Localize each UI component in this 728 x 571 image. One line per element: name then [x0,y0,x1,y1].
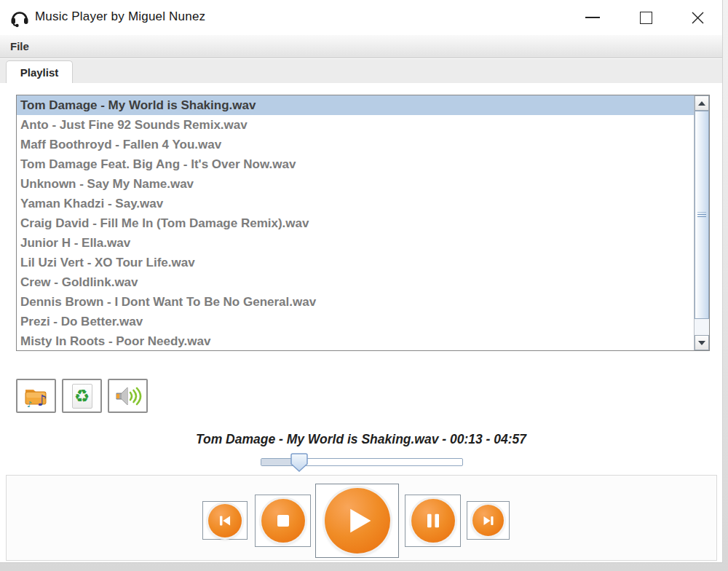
playlist-rows: Tom Damage - My World is Shaking.wav Ant… [17,95,694,350]
title-bar: Music Player by Miguel Nunez [0,0,722,35]
previous-button[interactable] [202,501,248,540]
speaker-icon [114,385,142,408]
play-icon [325,488,390,554]
playlist-item[interactable]: Anto - Just Fine 92 Sounds Remix.wav [17,115,694,135]
recycle-glyph: ♻ [74,386,90,406]
playlist-listbox: Tom Damage - My World is Shaking.wav Ant… [16,95,710,351]
pause-button[interactable] [405,495,461,547]
minimize-button[interactable] [576,0,609,35]
close-button[interactable] [681,0,714,35]
playlist-item[interactable]: Prezi - Do Better.wav [17,312,694,331]
window-title: Music Player by Miguel Nunez [35,9,205,24]
playlist-item-label: Junior H - Ella.wav [20,236,130,250]
svg-text:♪: ♪ [27,400,32,409]
close-icon [692,12,704,24]
playlist-item[interactable]: Lil Uzi Vert - XO Tour Life.wav [17,253,694,272]
stop-button[interactable] [255,495,311,547]
maximize-button[interactable] [629,0,662,35]
arrow-up-icon [698,101,705,106]
playlist-item-label: Tom Damage - My World is Shaking.wav [20,98,256,112]
next-icon [472,505,504,536]
open-music-folder-button[interactable]: ♪ ♪ [16,379,56,413]
playlist-tab-content: Tom Damage - My World is Shaking.wav Ant… [0,83,722,475]
menu-file[interactable]: File [0,40,39,52]
arrow-down-icon [698,341,705,345]
playlist-item-label: Anto - Just Fine 92 Sounds Remix.wav [20,118,248,132]
playlist-item-label: Crew - Goldlink.wav [20,275,138,289]
playlist-scrollbar[interactable] [694,95,709,350]
scroll-up-button[interactable] [695,95,709,111]
playlist-item[interactable]: Crew - Goldlink.wav [17,272,694,292]
previous-icon [208,504,242,537]
now-playing-label: Tom Damage - My World is Shaking.wav - 0… [0,432,722,447]
svg-text:♪: ♪ [37,392,47,409]
volume-button[interactable] [108,379,148,413]
headset-icon [9,7,30,28]
tab-strip: Playlist [0,59,722,83]
seek-slider-thumb[interactable] [290,453,308,472]
utility-button-row: ♪ ♪ ♻ [16,379,148,413]
scrollbar-thumb[interactable] [695,111,709,319]
stop-icon [261,499,305,543]
scroll-down-button[interactable] [695,335,709,350]
app-window: Music Player by Miguel Nunez File Playli… [0,0,723,563]
tab-playlist[interactable]: Playlist [6,60,73,83]
pause-icon [411,499,455,543]
playlist-item-label: Prezi - Do Better.wav [20,315,143,328]
playlist-item[interactable]: Craig David - Fill Me In (Tom Damage Rem… [17,213,694,233]
playlist-item-label: Unknown - Say My Name.wav [20,177,194,191]
next-button[interactable] [467,501,510,540]
tab-playlist-label: Playlist [20,66,59,79]
minimize-icon [585,17,600,18]
seek-slider[interactable] [261,453,463,472]
menu-bar: File [0,35,722,58]
recycle-icon: ♻ [72,384,92,409]
playlist-item[interactable]: Junior H - Ella.wav [17,233,694,253]
playlist-item[interactable]: Tom Damage Feat. Big Ang - It's Over Now… [17,154,694,174]
playlist-item-label: Misty In Roots - Poor Needy.wav [20,334,210,348]
playlist-item-label: Tom Damage Feat. Big Ang - It's Over Now… [20,157,296,171]
playlist-item[interactable]: Tom Damage - My World is Shaking.wav [17,95,694,115]
playlist-item-label: Maff Boothroyd - Fallen 4 You.wav [20,138,221,151]
scrollbar-grip-icon [697,213,706,218]
music-folder-icon: ♪ ♪ [23,384,50,409]
play-button[interactable] [315,484,399,558]
refresh-playlist-button[interactable]: ♻ [62,379,102,413]
playlist-item-label: Yaman Khadzi - Say.wav [20,197,163,210]
playlist-item[interactable]: Unknown - Say My Name.wav [17,174,694,194]
playlist-item-label: Dennis Brown - I Dont Want To Be No Gene… [20,295,316,309]
playlist-item[interactable]: Dennis Brown - I Dont Want To Be No Gene… [17,292,694,312]
playlist-item[interactable]: Misty In Roots - Poor Needy.wav [17,331,694,351]
transport-panel [6,475,717,561]
playlist-item[interactable]: Maff Boothroyd - Fallen 4 You.wav [17,135,694,154]
maximize-icon [640,12,652,24]
playlist-item[interactable]: Yaman Khadzi - Say.wav [17,194,694,213]
playlist-item-label: Craig David - Fill Me In (Tom Damage Rem… [20,216,309,230]
playlist-item-label: Lil Uzi Vert - XO Tour Life.wav [20,256,195,269]
